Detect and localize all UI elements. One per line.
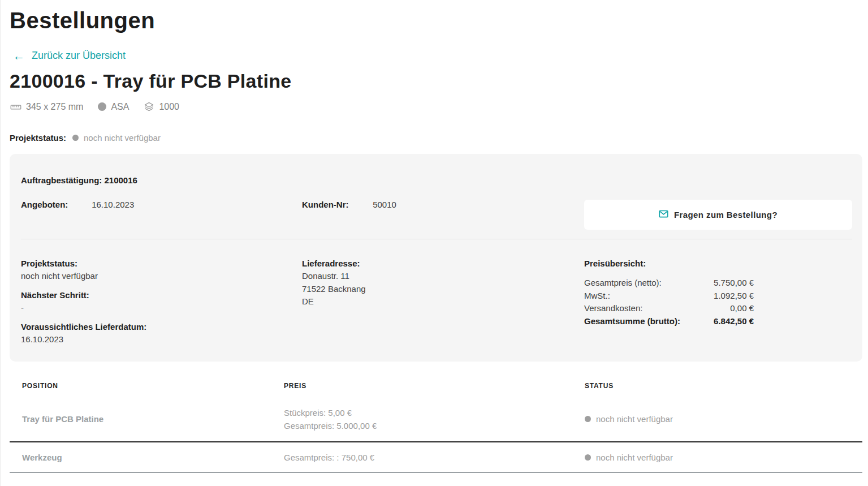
delivery-address-column: Lieferadresse: Donaustr. 11 71522 Backna… [302, 257, 584, 308]
spec-material-value: ASA [111, 102, 129, 112]
position-price: Stückpreis: 5,00 € Gesamtpreis: 5.000,00… [284, 406, 585, 432]
position-status-text: noch nicht verfügbar [596, 453, 673, 462]
table-row: Werkzeug Gesamtpreis: : 750,00 € noch ni… [10, 442, 862, 473]
detail-status-value: noch nicht verfügbar [21, 270, 302, 282]
delivery-address-label: Lieferadresse: [302, 257, 584, 270]
order-title: 2100016 - Tray für PCB Platine [10, 68, 868, 93]
price-shipping-value: 0,00 € [730, 302, 754, 315]
next-step-label: Nächster Schritt: [21, 289, 302, 302]
order-question-button-label: Fragen zum Bestellung? [674, 210, 778, 220]
price-row-net: Gesamtpreis (netto): 5.750,00 € [584, 277, 754, 290]
status-dot-icon [585, 454, 591, 461]
next-step-value: - [21, 302, 302, 314]
position-status: noch nicht verfügbar [585, 453, 862, 462]
price-row-shipping: Versandkosten: 0,00 € [584, 302, 754, 315]
offered-field: Angeboten: 16.10.2023 [21, 200, 302, 209]
order-specs: 345 x 275 mm ASA 1000 [10, 101, 868, 112]
customer-no-label: Kunden-Nr: [302, 200, 370, 209]
detail-status-label: Projektstatus: [21, 257, 302, 270]
price-shipping-label: Versandkosten: [584, 302, 642, 315]
page-title: Bestellungen [1, 0, 868, 35]
header-position: POSITION [10, 374, 284, 397]
table-header-row: POSITION PREIS STATUS [10, 374, 862, 397]
order-confirmation-line: Auftragbestätigung: 2100016 [21, 175, 852, 185]
price-net-label: Gesamtpreis (netto): [584, 277, 662, 290]
back-arrow-icon: ← [13, 50, 25, 62]
customer-no-value: 50010 [373, 200, 396, 209]
total-price: Gesamtpreis: : 750,00 € [284, 451, 585, 464]
price-total-value: 6.842,50 € [714, 315, 754, 328]
price-vat-value: 1.092,50 € [714, 290, 754, 303]
material-dot-icon [98, 102, 106, 111]
position-name: Werkzeug [10, 453, 284, 462]
envelope-icon [659, 210, 668, 220]
address-line-1: Donaustr. 11 [302, 270, 584, 283]
spec-dimensions-value: 345 x 275 mm [26, 102, 83, 112]
status-dot-icon [72, 135, 79, 141]
spec-material: ASA [98, 102, 129, 112]
spec-quantity: 1000 [144, 101, 179, 112]
position-price: Gesamtpreis: : 750,00 € [284, 451, 585, 464]
position-status: noch nicht verfügbar [585, 414, 862, 424]
offered-label: Angeboten: [21, 200, 89, 209]
position-status-text: noch nicht verfügbar [596, 414, 673, 424]
project-status-line: Projektstatus: noch nicht verfügbar [10, 133, 868, 143]
customer-no-field: Kunden-Nr: 50010 [302, 200, 584, 209]
status-dot-icon [585, 416, 591, 422]
positions-table: POSITION PREIS STATUS Tray für PCB Plati… [10, 374, 862, 473]
ruler-icon [10, 102, 21, 112]
spec-dimensions: 345 x 275 mm [10, 102, 83, 112]
header-preis: PREIS [284, 374, 585, 397]
order-question-button[interactable]: Fragen zum Bestellung? [584, 200, 852, 230]
project-status-value: noch nicht verfügbar [84, 133, 161, 143]
order-summary-card: Auftragbestätigung: 2100016 Angeboten: 1… [10, 154, 862, 362]
table-row: Tray für PCB Platine Stückpreis: 5,00 € … [10, 397, 862, 442]
price-row-total: Gesamtsumme (brutto): 6.842,50 € [584, 315, 754, 328]
price-vat-label: MwSt.: [584, 290, 610, 303]
price-overview-label: Preisübersicht: [584, 257, 754, 270]
position-name: Tray für PCB Platine [10, 414, 284, 424]
price-total-label: Gesamtsumme (brutto): [584, 315, 680, 328]
offered-value: 16.10.2023 [92, 200, 134, 209]
delivery-date-label: Voraussichtliches Lieferdatum: [21, 321, 302, 333]
delivery-date-value: 16.10.2023 [21, 333, 302, 346]
price-row-vat: MwSt.: 1.092,50 € [584, 290, 754, 303]
unit-price: Stückpreis: 5,00 € [284, 406, 585, 419]
header-status: STATUS [585, 374, 862, 397]
price-net-value: 5.750,00 € [714, 277, 754, 290]
project-details-column: Projektstatus: noch nicht verfügbar Näch… [21, 257, 302, 346]
back-link-label: Zurück zur Übersicht [32, 50, 126, 62]
price-overview-column: Preisübersicht: Gesamtpreis (netto): 5.7… [584, 257, 852, 328]
layers-icon [144, 101, 154, 112]
spec-quantity-value: 1000 [159, 102, 179, 112]
back-link[interactable]: ← Zurück zur Übersicht [13, 50, 126, 62]
project-status-label: Projektstatus: [10, 133, 66, 143]
address-line-3: DE [302, 295, 584, 308]
address-line-2: 71522 Backnang [302, 283, 584, 296]
card-divider [21, 239, 852, 239]
total-price: Gesamtpreis: 5.000,00 € [284, 419, 585, 432]
